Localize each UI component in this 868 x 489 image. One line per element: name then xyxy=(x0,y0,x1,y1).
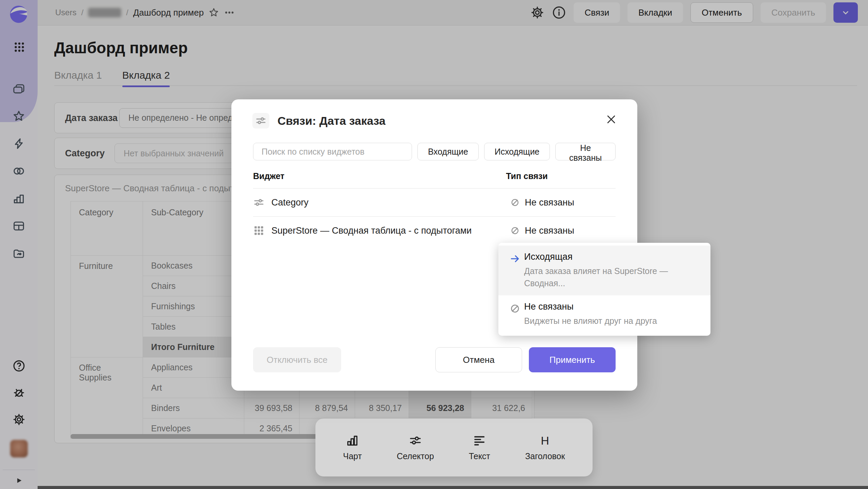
add-chart-button[interactable]: Чарт xyxy=(343,434,362,461)
arrow-right-icon xyxy=(509,253,521,265)
not-linked-icon xyxy=(510,197,520,208)
filter-unlinked-button[interactable]: Не связаны xyxy=(555,143,616,160)
heading-icon: H xyxy=(538,434,552,447)
widget-add-toolbar: Чарт Селектор Текст H Заголовок xyxy=(315,418,593,476)
column-link-type: Тип связи xyxy=(506,171,548,181)
filter-incoming-button[interactable]: Входящие xyxy=(417,143,479,160)
modal-cancel-button[interactable]: Отмена xyxy=(435,347,522,372)
close-icon[interactable] xyxy=(605,114,617,125)
app-window: Users / / Дашборд пример Связи Вкладки О… xyxy=(0,0,868,489)
chart-icon xyxy=(346,434,359,447)
dropdown-option-outgoing[interactable]: Исходящая Дата заказа влияет на SuperSto… xyxy=(498,246,710,295)
selector-widget-icon xyxy=(253,197,265,208)
add-header-button[interactable]: H Заголовок xyxy=(525,434,565,461)
add-text-button[interactable]: Текст xyxy=(469,434,490,461)
not-linked-icon xyxy=(510,226,520,236)
modal-footer: Отключить все Отмена Применить xyxy=(253,347,616,372)
links-sliders-icon xyxy=(252,113,269,129)
widget-row-superstore: SuperStore — Сводная таблица - с подытог… xyxy=(253,217,616,244)
text-lines-icon xyxy=(473,434,486,447)
modal-header: Связи: Дата заказа xyxy=(252,113,386,129)
link-type-select-category[interactable]: Не связаны xyxy=(510,197,574,208)
table-widget-icon xyxy=(253,225,265,236)
sliders-icon xyxy=(409,434,422,447)
dropdown-option-not-linked[interactable]: Не связаны Виджеты не влияют друг на дру… xyxy=(498,295,710,333)
not-linked-icon xyxy=(509,303,521,314)
link-filter-buttons: Входящие Исходящие Не связаны xyxy=(417,143,616,160)
link-type-dropdown: Исходящая Дата заказа влияет на SuperSto… xyxy=(498,243,710,336)
disable-all-button[interactable]: Отключить все xyxy=(253,347,341,372)
apply-button[interactable]: Применить xyxy=(529,347,616,372)
add-selector-button[interactable]: Селектор xyxy=(397,434,434,461)
modal-table-header: Виджет Тип связи xyxy=(253,171,616,181)
widget-row-category: Category Не связаны xyxy=(253,189,616,216)
modal-toolbar: Входящие Исходящие Не связаны xyxy=(253,143,616,160)
filter-outgoing-button[interactable]: Исходящие xyxy=(484,143,550,160)
widget-search-input[interactable] xyxy=(253,143,412,160)
modal-title: Связи: Дата заказа xyxy=(277,114,386,128)
column-widget: Виджет xyxy=(253,171,285,181)
link-type-select-superstore[interactable]: Не связаны xyxy=(510,226,574,236)
